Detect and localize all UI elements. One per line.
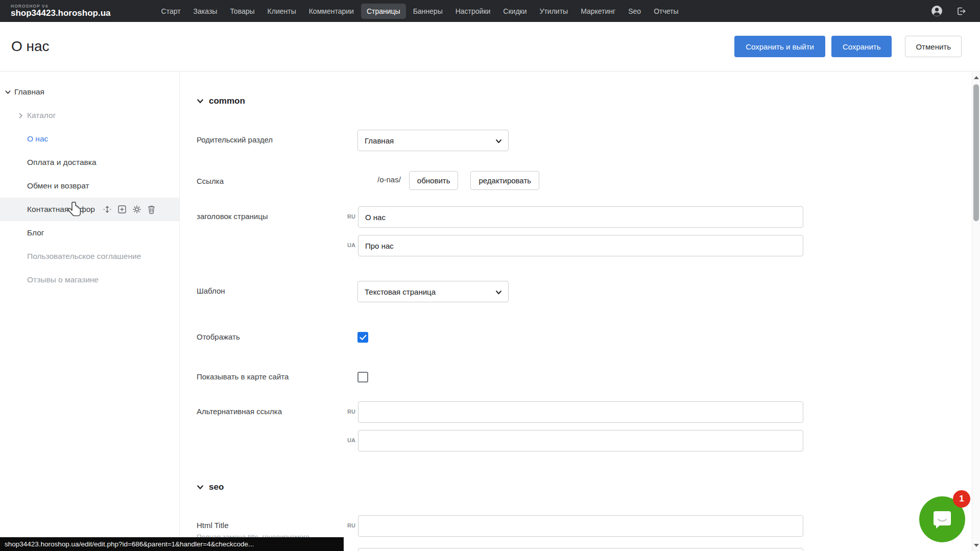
topnav-item[interactable]: Скидки [497, 4, 532, 19]
pages-sidebar: Главная Каталог О нас Оплата и доставка … [0, 72, 180, 551]
tree-item[interactable]: Обмен и возврат [0, 174, 179, 198]
lang-tag-ru: RU [342, 206, 355, 228]
save-and-exit-button[interactable]: Сохранить и выйти [734, 36, 825, 57]
tree-item-label: Блог [27, 228, 44, 237]
tree-item-label: Главная [14, 87, 44, 97]
gear-icon[interactable] [132, 204, 142, 214]
lang-tag-ru: RU [342, 515, 355, 541]
link-refresh-button[interactable]: обновить [409, 171, 459, 190]
topnav-item[interactable]: Отчеты [648, 4, 684, 19]
alt-link-ru-input[interactable] [358, 401, 803, 423]
lang-tag-ua: UA [342, 430, 355, 451]
page-title: О нас [11, 38, 50, 55]
link-label: Ссылка [197, 171, 357, 190]
add-icon[interactable] [117, 204, 127, 214]
vertical-scrollbar[interactable] [972, 72, 980, 551]
topnav-item[interactable]: Страницы [361, 4, 406, 19]
html-title-ru-input[interactable] [358, 515, 803, 537]
chevron-down-icon [495, 289, 502, 296]
topnav-item[interactable]: Старт [156, 4, 186, 19]
status-url-bar: shop34423.horoshop.ua/edit/edit.php?id=6… [0, 537, 344, 551]
html-title-ua-input[interactable] [358, 548, 803, 551]
topnav-item[interactable]: Утилиты [534, 4, 574, 19]
section-common-title: common [209, 96, 245, 106]
sidebar-tree: Главная Каталог О нас Оплата и доставка … [0, 72, 179, 292]
alt-link-ua-input[interactable] [358, 430, 803, 451]
tree-item[interactable]: Оплата и доставка [0, 151, 179, 174]
tree-item-label: Отзывы о магазине [27, 275, 99, 284]
topnav-item[interactable]: Клиенты [262, 4, 302, 19]
html-title-label: Html Title [197, 521, 342, 530]
chevron-down-icon [197, 98, 204, 105]
move-icon[interactable] [102, 204, 112, 214]
cancel-button[interactable]: Отменить [905, 36, 962, 57]
lang-tag-ua: UA [342, 548, 355, 551]
lang-tag-ua: UA [342, 235, 355, 256]
tree-item-label: Каталог [27, 111, 56, 120]
tree-item[interactable]: Отзывы о магазине [0, 268, 179, 292]
tree-item-actions [102, 204, 157, 214]
parent-section-label: Родительский раздел [197, 130, 357, 151]
chevron-down-icon [197, 484, 204, 491]
tree-item-label: Контактная инфор [27, 205, 95, 214]
display-checkbox[interactable] [357, 332, 368, 343]
template-select[interactable]: Текстовая страница [357, 281, 509, 302]
brand-domain: shop34423.horoshop.ua [11, 9, 111, 18]
link-path: /o-nas/ [377, 171, 401, 184]
section-seo-title: seo [209, 482, 224, 492]
sitemap-label: Показывать в карте сайта [197, 367, 357, 382]
alt-link-label: Альтернативная ссылка [197, 401, 342, 423]
chevron-down-icon [495, 138, 502, 145]
link-edit-button[interactable]: редактировать [470, 171, 539, 190]
tree-item[interactable]: Главная [0, 80, 179, 104]
tree-caret-icon[interactable] [5, 89, 14, 95]
parent-section-value: Главная [365, 136, 394, 145]
tree-item[interactable]: Блог [0, 221, 179, 245]
tree-item[interactable]: О нас [0, 127, 179, 151]
top-navigation-bar: HOROSHOP V4 shop34423.horoshop.ua СтартЗ… [0, 0, 980, 22]
tree-item-label: Пользовательское соглашение [27, 252, 141, 261]
template-value: Текстовая страница [365, 288, 436, 296]
tree-item[interactable]: Пользовательское соглашение [0, 245, 179, 268]
topnav-item[interactable]: Комментарии [303, 4, 360, 19]
page-heading-ru-input[interactable] [358, 206, 803, 228]
topnav: СтартЗаказыТоварыКлиентыКомментарииСтран… [156, 4, 684, 19]
chat-unread-badge: 1 [953, 490, 970, 508]
tree-item-label: О нас [27, 134, 48, 143]
trash-icon[interactable] [147, 204, 157, 214]
display-label: Отображать [197, 327, 357, 343]
topnav-item[interactable]: Seo [623, 4, 647, 19]
tree-caret-icon[interactable] [17, 112, 27, 119]
topnav-item[interactable]: Маркетинг [575, 4, 621, 19]
account-icon[interactable] [930, 5, 943, 18]
topnav-item[interactable]: Настройки [450, 4, 496, 19]
tree-item[interactable]: Каталог [0, 104, 179, 127]
page-header: О нас Сохранить и выйти Сохранить Отмени… [0, 22, 980, 71]
chat-bubble-icon [930, 508, 954, 531]
section-seo-toggle[interactable]: seo [197, 482, 972, 492]
brand-logo[interactable]: HOROSHOP V4 shop34423.horoshop.ua [11, 4, 111, 18]
page-edit-form: common Родительский раздел Главная Ссылк… [180, 72, 972, 551]
scroll-up-icon[interactable] [974, 76, 979, 79]
section-common-toggle[interactable]: common [197, 96, 972, 106]
tree-item[interactable]: Контактная инфор [0, 198, 179, 221]
tree-item-label: Обмен и возврат [27, 181, 89, 190]
page-heading-ua-input[interactable] [358, 235, 803, 256]
topnav-item[interactable]: Баннеры [408, 4, 448, 19]
logout-icon[interactable] [954, 5, 968, 18]
topnav-item[interactable]: Заказы [188, 4, 223, 19]
topnav-item[interactable]: Товары [224, 4, 260, 19]
scrollbar-thumb[interactable] [973, 84, 979, 221]
save-button[interactable]: Сохранить [831, 36, 892, 57]
lang-tag-ru: RU [342, 401, 355, 423]
tree-item-label: Оплата и доставка [27, 158, 97, 167]
scroll-down-icon[interactable] [974, 544, 979, 547]
checkmark-icon [360, 334, 367, 341]
page-heading-label: заголовок страницы [197, 206, 342, 228]
parent-section-select[interactable]: Главная [357, 130, 509, 151]
sitemap-checkbox[interactable] [357, 372, 368, 382]
template-label: Шаблон [197, 281, 357, 302]
